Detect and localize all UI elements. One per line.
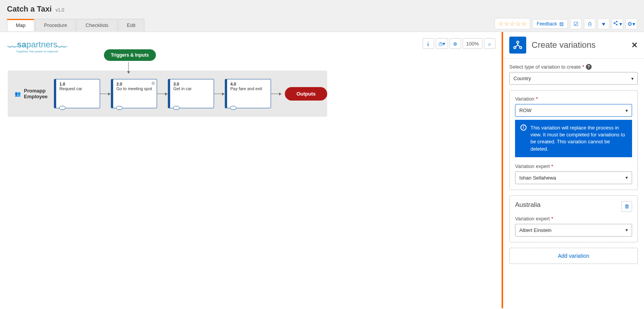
star-icon: ☆	[504, 20, 509, 27]
chevron-down-icon: ▾	[626, 175, 628, 180]
star-icon: ☆	[515, 20, 521, 27]
print-icon: ⎙	[588, 21, 591, 27]
page-header: Catch a Taxi v1.0 Map Procedure Checklis…	[0, 0, 644, 32]
feedback-button[interactable]: Feedback ▤	[532, 19, 568, 29]
download-button[interactable]: ⭳	[423, 38, 434, 49]
print-button[interactable]: ⎙	[584, 18, 595, 29]
panel-title: Create variations	[532, 40, 626, 50]
step-expand-icon[interactable]: -	[173, 106, 179, 110]
brand-logo: sapartners Together, the power to improv…	[8, 40, 67, 53]
zoom-fit-button[interactable]: ⌕	[484, 38, 495, 49]
arrow-connector	[214, 94, 224, 94]
delete-variation-button[interactable]: 🗑	[621, 201, 632, 212]
svg-point-1	[613, 22, 615, 24]
share-icon: ▾	[613, 20, 622, 27]
gear-icon: ⚙▾	[627, 21, 635, 27]
zoom-in-icon: ⊕	[453, 41, 457, 47]
users-icon: 👥	[15, 91, 21, 97]
swimlane: 👥 Promapp Employee 1.0 Request car - 2.0…	[8, 71, 327, 117]
chevron-down-icon: ▾	[631, 76, 634, 81]
variation-label: Variation	[515, 96, 534, 102]
favorite-button[interactable]: ♥	[598, 18, 609, 29]
variations-icon	[509, 37, 526, 54]
canvas-toolbar: ⭳ ◷▾ ⊕ 100% ⌕	[423, 38, 495, 49]
variation-name: Australia	[515, 201, 540, 209]
triggers-inputs-node[interactable]: Triggers & Inputs	[104, 49, 156, 61]
main-content: ⭳ ◷▾ ⊕ 100% ⌕ sapartners Together, the p…	[0, 32, 644, 308]
star-icon: ☆	[498, 20, 503, 27]
search-icon: ⌕	[488, 41, 491, 47]
create-variations-panel: Create variations ✕ Select type of varia…	[502, 32, 644, 308]
tab-procedure[interactable]: Procedure	[35, 19, 76, 31]
add-variation-button[interactable]: Add variation	[509, 248, 638, 264]
step-expand-icon[interactable]: -	[59, 106, 65, 110]
process-step[interactable]: 4.0 Pay fare and exit -	[225, 79, 271, 108]
required-marker: *	[582, 64, 584, 70]
process-step[interactable]: 1.0 Request car -	[54, 79, 100, 108]
tab-checklists[interactable]: Checklists	[77, 19, 117, 31]
info-icon: i	[520, 124, 527, 131]
expert-label: Variation expert	[515, 163, 550, 169]
canvas-area: ⭳ ◷▾ ⊕ 100% ⌕ sapartners Together, the p…	[0, 32, 502, 308]
page-title: Catch a Taxi	[7, 5, 52, 13]
arrow-connector	[100, 94, 110, 94]
trash-icon: 🗑	[624, 203, 629, 209]
zoom-level: 100%	[463, 38, 482, 49]
required-marker: *	[536, 96, 538, 102]
variation-expert-select[interactable]: Albert Einstein ▾	[515, 224, 632, 237]
info-banner: i This variation will replace the proces…	[515, 120, 632, 157]
star-icon: ☆	[510, 20, 515, 27]
type-label: Select type of variation to create	[509, 64, 581, 70]
rating-stars[interactable]: ☆ ☆ ☆ ☆ ☆	[495, 18, 530, 29]
outputs-node[interactable]: Outputs	[285, 87, 327, 101]
svg-point-3	[517, 41, 519, 43]
tab-edit[interactable]: Edit	[118, 19, 144, 31]
gear-icon: ⚙	[151, 81, 155, 86]
process-step[interactable]: 3.0 Get in car -	[168, 79, 214, 108]
step-expand-icon[interactable]: -	[116, 106, 122, 110]
feedback-label: Feedback	[537, 21, 557, 27]
chevron-down-icon: ▾	[626, 227, 628, 233]
chevron-down-icon: ▾	[626, 108, 628, 113]
star-icon: ☆	[521, 20, 527, 27]
svg-point-5	[520, 47, 522, 49]
svg-point-0	[616, 21, 617, 22]
variation-select[interactable]: ROW ▾	[515, 104, 632, 117]
tab-map[interactable]: Map	[7, 19, 34, 31]
clock-icon: ◷▾	[438, 41, 445, 47]
arrow-connector	[157, 94, 167, 94]
share-button[interactable]: ▾	[612, 18, 623, 29]
close-button[interactable]: ✕	[631, 40, 638, 50]
svg-point-2	[616, 24, 617, 25]
help-icon[interactable]: ?	[586, 64, 592, 70]
toolbar-right: ☆ ☆ ☆ ☆ ☆ Feedback ▤ ☑ ⎙ ♥ ▾ ⚙▾	[495, 18, 637, 32]
variation-expert-select[interactable]: Ishan Sellahewa ▾	[515, 171, 632, 184]
tabs: Map Procedure Checklists Edit	[7, 19, 145, 31]
chat-icon: ▤	[559, 21, 564, 27]
required-marker: *	[551, 216, 553, 222]
history-button[interactable]: ◷▾	[436, 38, 448, 49]
svg-point-4	[514, 47, 516, 49]
approve-button[interactable]: ☑	[570, 18, 582, 29]
step-expand-icon[interactable]: -	[230, 106, 236, 110]
required-marker: *	[551, 163, 553, 169]
swimlane-label: 👥 Promapp Employee	[8, 75, 54, 112]
download-icon: ⭳	[426, 41, 431, 47]
settings-button[interactable]: ⚙▾	[626, 18, 637, 29]
arrow-connector	[271, 94, 281, 94]
variation-type-select[interactable]: Country ▾	[509, 72, 638, 85]
zoom-in-button[interactable]: ⊕	[450, 38, 461, 49]
heart-icon: ♥	[602, 21, 605, 27]
close-icon: ✕	[631, 41, 638, 49]
check-icon: ☑	[574, 21, 579, 27]
expert-label: Variation expert	[515, 216, 550, 222]
version-label: v1.0	[55, 7, 64, 13]
arrow-connector	[128, 62, 129, 74]
process-step[interactable]: 2.0 Go to meeting spot ⚙ -	[111, 79, 157, 108]
